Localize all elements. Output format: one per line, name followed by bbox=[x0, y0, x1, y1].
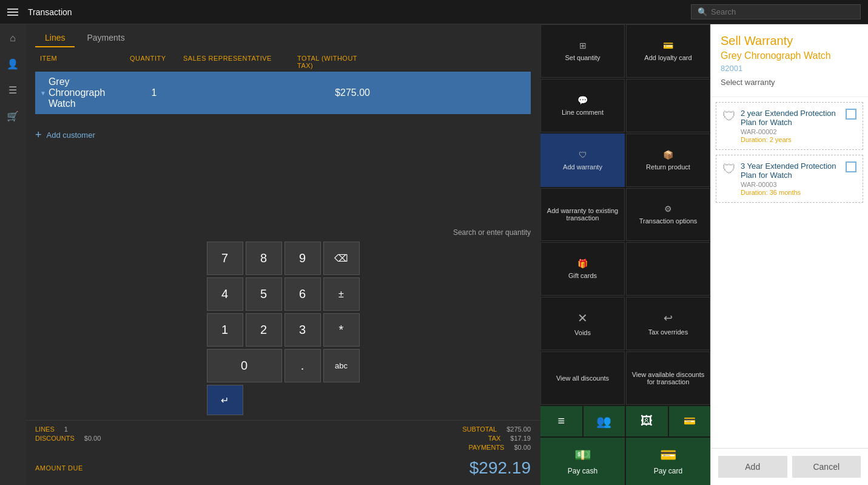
discounts-value: $0.00 bbox=[84, 435, 101, 442]
add-customer-button[interactable]: Add customer bbox=[47, 131, 95, 140]
num-4[interactable]: 4 bbox=[207, 277, 243, 311]
customer-area: + Add customer bbox=[25, 119, 540, 151]
payments-value: $0.00 bbox=[514, 444, 531, 451]
pay-card-label: Pay card bbox=[654, 467, 682, 475]
add-warranty-label: Add warranty bbox=[563, 163, 602, 171]
gift-cards-button[interactable]: 🎁 Gift cards bbox=[540, 242, 625, 296]
warranty-item-2[interactable]: 🛡 3 Year Extended Protection Plan for Wa… bbox=[716, 155, 863, 203]
tab-bar: Lines Payments bbox=[25, 24, 540, 47]
num-asterisk[interactable]: * bbox=[323, 313, 360, 347]
warranty-title: Sell Warranty bbox=[721, 34, 858, 48]
payment-icon-2[interactable]: 👥 bbox=[584, 406, 625, 436]
voids-button[interactable]: ✕ Voids bbox=[540, 297, 625, 350]
warranty-item-2-info: 3 Year Extended Protection Plan for Watc… bbox=[741, 161, 841, 196]
num-abc[interactable]: abc bbox=[323, 349, 360, 382]
payment-icon-1[interactable]: ≡ bbox=[540, 406, 582, 436]
num-backspace[interactable]: ⌫ bbox=[323, 242, 360, 275]
col-rep: SALES REPRESENTATIVE bbox=[183, 55, 292, 69]
num-3[interactable]: 3 bbox=[284, 313, 321, 347]
col-item: ITEM bbox=[40, 55, 125, 69]
warranty-item-1[interactable]: 🛡 2 year Extended Protection Plan for Wa… bbox=[716, 102, 863, 150]
plus-icon: + bbox=[35, 129, 42, 141]
view-available-discounts-button[interactable]: View available discounts for transaction bbox=[626, 351, 710, 405]
num-2[interactable]: 2 bbox=[246, 313, 282, 347]
transaction-options-icon: ⚙ bbox=[664, 204, 672, 214]
gift-cards-label: Gift cards bbox=[568, 272, 597, 279]
table-row[interactable]: ▼ Grey Chronograph Watch 1 $275.00 bbox=[35, 72, 531, 114]
pos-area: Lines Payments ITEM QUANTITY SALES REPRE… bbox=[25, 24, 540, 485]
empty-button-1 bbox=[626, 79, 710, 132]
warranty-item-2-name: 3 Year Extended Protection Plan for Watc… bbox=[741, 161, 841, 180]
tax-label: TAX bbox=[488, 435, 501, 442]
payment-icon-4-symbol: 💳 bbox=[684, 415, 696, 427]
add-warranty-button[interactable]: 🛡 Add warranty bbox=[540, 134, 625, 187]
tax-value: $17.19 bbox=[510, 435, 531, 442]
warranty-item-1-name: 2 year Extended Protection Plan for Watc… bbox=[741, 109, 841, 127]
warranty-item-2-icon: 🛡 bbox=[722, 161, 736, 177]
num-0[interactable]: 0 bbox=[207, 349, 282, 382]
home-icon[interactable]: ⌂ bbox=[6, 29, 19, 47]
add-warranty-existing-button[interactable]: Add warranty to existing transaction bbox=[540, 188, 625, 242]
amount-due-label: AMOUNT DUE bbox=[35, 464, 83, 472]
tab-lines[interactable]: Lines bbox=[35, 29, 75, 47]
subtotal-label: SUBTOTAL bbox=[462, 426, 497, 433]
payments-row: PAYMENTS $0.00 bbox=[469, 444, 531, 451]
warranty-item-1-icon: 🛡 bbox=[722, 109, 736, 124]
tax-overrides-button[interactable]: ↩ Tax overrides bbox=[626, 297, 710, 350]
person-icon[interactable]: 👤 bbox=[3, 55, 22, 73]
payment-icon-4[interactable]: 💳 bbox=[669, 406, 711, 436]
search-input[interactable] bbox=[711, 7, 854, 16]
view-all-discounts-button[interactable]: View all discounts bbox=[540, 351, 625, 405]
main-content: ⌂ 👤 ☰ 🛒 Lines Payments ITEM QUANTITY SAL… bbox=[0, 24, 868, 485]
add-loyalty-card-button[interactable]: 💳 Add loyalty card bbox=[626, 24, 710, 78]
search-bar[interactable]: 🔍 bbox=[691, 4, 861, 19]
hamburger-menu[interactable] bbox=[7, 8, 18, 16]
warranty-add-button[interactable]: Add bbox=[718, 456, 787, 478]
search-icon: 🔍 bbox=[698, 7, 707, 16]
warranty-item-1-checkbox[interactable] bbox=[846, 109, 856, 120]
lines-label: LINES bbox=[35, 426, 55, 433]
return-product-label: Return product bbox=[646, 163, 690, 171]
voids-label: Voids bbox=[574, 329, 591, 336]
num-8[interactable]: 8 bbox=[246, 242, 282, 275]
warranty-item-2-checkbox[interactable] bbox=[846, 161, 856, 172]
select-warranty-label: Select warranty bbox=[721, 78, 858, 87]
set-quantity-button[interactable]: ⊞ Set quantity bbox=[540, 24, 625, 78]
num-9[interactable]: 9 bbox=[284, 242, 321, 275]
num-enter[interactable]: ↵ bbox=[207, 385, 243, 415]
tax-row: TAX $17.19 bbox=[488, 435, 531, 442]
line-comment-button[interactable]: 💬 Line comment bbox=[540, 79, 625, 132]
transaction-options-label: Transaction options bbox=[639, 217, 698, 225]
warranty-item-1-code: WAR-00002 bbox=[741, 128, 841, 135]
cart-icon[interactable]: 🛒 bbox=[3, 107, 22, 126]
warranty-product-id: 82001 bbox=[721, 64, 858, 73]
comment-icon: 💬 bbox=[577, 95, 588, 105]
pay-cash-button[interactable]: 💵 Pay cash bbox=[540, 438, 625, 485]
add-warranty-existing-label: Add warranty to existing transaction bbox=[546, 207, 619, 222]
warranty-cancel-button[interactable]: Cancel bbox=[792, 456, 861, 478]
num-7[interactable]: 7 bbox=[207, 242, 243, 275]
num-plusminus[interactable]: ± bbox=[323, 277, 360, 311]
warranty-panel: Sell Warranty Grey Chronograph Watch 820… bbox=[710, 24, 868, 485]
list-icon[interactable]: ☰ bbox=[5, 81, 21, 100]
pay-card-button[interactable]: 💳 Pay card bbox=[626, 438, 710, 485]
num-6[interactable]: 6 bbox=[284, 277, 321, 311]
num-dot[interactable]: . bbox=[284, 349, 321, 382]
num-1[interactable]: 1 bbox=[207, 313, 243, 347]
amount-due-value: $292.19 bbox=[469, 456, 531, 480]
table-header: ITEM QUANTITY SALES REPRESENTATIVE TOTAL… bbox=[35, 52, 531, 72]
tab-payments[interactable]: Payments bbox=[77, 29, 134, 47]
row-qty: 1 bbox=[130, 87, 178, 98]
return-product-button[interactable]: 📦 Return product bbox=[626, 134, 710, 187]
row-expand-icon: ▼ bbox=[40, 90, 46, 97]
payments-label: PAYMENTS bbox=[469, 444, 505, 451]
lines-value: 1 bbox=[64, 426, 68, 433]
payment-icon-3[interactable]: 🖼 bbox=[626, 406, 668, 436]
warranty-header: Sell Warranty Grey Chronograph Watch 820… bbox=[711, 24, 868, 97]
transaction-options-button[interactable]: ⚙ Transaction options bbox=[626, 188, 710, 242]
empty-button-2 bbox=[626, 242, 710, 296]
num-5[interactable]: 5 bbox=[246, 277, 282, 311]
lines-row: LINES 1 bbox=[35, 426, 283, 433]
payment-icons-row: ≡ 👥 🖼 💳 bbox=[540, 406, 710, 436]
payment-icon-3-symbol: 🖼 bbox=[641, 414, 653, 428]
